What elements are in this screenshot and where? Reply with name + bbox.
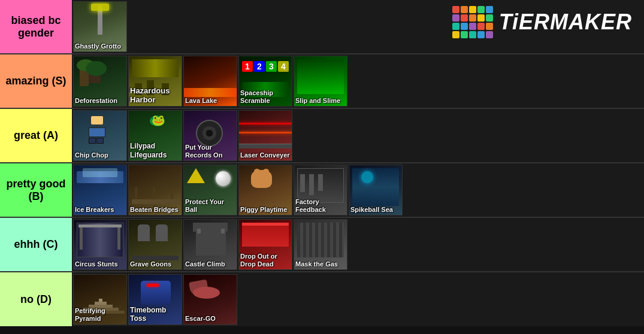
number-badge-2: 2: [254, 61, 265, 72]
tier-item-put-your-records-on: Put Your Records On: [183, 110, 237, 161]
tiermaker-logo-text: TiERMAKER: [499, 10, 632, 35]
item-label-ghastly-grotto: Ghastly Grotto: [75, 42, 121, 50]
tier-row-D: no (D) Petrifying Pyramid: [0, 272, 644, 326]
logo-grid-cell: [452, 31, 459, 38]
number-badge-1: 1: [242, 61, 253, 72]
logo-grid-cell: [477, 31, 485, 38]
tier-label-C: ehhh (C): [0, 218, 72, 271]
tier-items-A: Chip Chop 🐸 Lilypad Lifeguards Put Your: [72, 109, 644, 162]
tier-row-C: ehhh (C) Circus Stunts: [0, 218, 644, 272]
tier-item-circus-stunts: Circus Stunts: [73, 219, 127, 270]
tier-item-spaceship-scramble: 1 2 3 4 Spaceship Scramble: [238, 56, 292, 107]
item-label-slip-and-slime: Slip and Slime: [295, 97, 340, 105]
tier-item-lava-lake: Lava Lake: [183, 56, 237, 107]
logo-grid-cell: [452, 23, 459, 30]
logo-grid-cell: [486, 14, 493, 22]
item-label-mask-the-gas: Mask the Gas: [295, 260, 338, 268]
logo-grid-cell: [452, 6, 459, 13]
item-label-chip-chop: Chip Chop: [75, 151, 108, 159]
tier-item-castle-climb: Castle Climb: [183, 219, 237, 270]
main-container: TiERMAKER biased bc gender Ghastly Grott…: [0, 0, 644, 334]
item-label-petrifying-pyramid: Petrifying Pyramid: [75, 307, 125, 323]
tier-row-B: pretty good (B) Ice Breakers: [0, 163, 644, 218]
item-label-hazardous-harbor: Hazardous Harbor: [130, 86, 180, 105]
tier-item-grave-goons: Grave Goons: [128, 219, 182, 270]
logo-grid-cell: [486, 31, 493, 38]
logo-grid-cell: [461, 14, 468, 22]
item-label-ice-breakers: Ice Breakers: [75, 206, 114, 214]
tier-item-factory-feedback: Factory Feedback: [294, 165, 347, 215]
logo-area: TiERMAKER: [452, 6, 632, 38]
item-label-put-your-records-on: Put Your Records On: [185, 144, 235, 159]
tier-items-B: Ice Breakers Beaten Bridges: [72, 163, 644, 217]
tier-item-mask-the-gas: Mask the Gas: [294, 219, 347, 270]
item-label-piggy-playtime: Piggy Playtime: [240, 206, 287, 214]
tier-items-C: Circus Stunts Grave Goons: [72, 218, 644, 271]
item-label-beaten-bridges: Beaten Bridges: [130, 206, 179, 214]
tier-label-B: pretty good (B): [0, 163, 72, 217]
tier-label-header: biased bc gender: [0, 0, 72, 53]
tier-item-escar-go: Escar-GO: [183, 274, 237, 325]
tier-item-protect-your-ball: Protect Your Ball: [183, 165, 237, 215]
item-label-protect-your-ball: Protect Your Ball: [185, 198, 235, 214]
tier-items-S: Deforestation Hazardous Harbor: [72, 54, 644, 108]
logo-grid-cell: [461, 6, 468, 13]
tier-label-S: amazing (S): [0, 54, 72, 108]
logo-grid-cell: [477, 23, 485, 30]
logo-grid-cell: [469, 23, 476, 30]
number-badge-3: 3: [266, 61, 277, 72]
item-label-laser-conveyer: Laser Conveyer: [240, 151, 290, 159]
logo-grid-cell: [469, 14, 476, 22]
tier-items-D: Petrifying Pyramid Timebomb Toss: [72, 272, 644, 326]
item-label-castle-climb: Castle Climb: [185, 260, 225, 268]
tier-label-A: great (A): [0, 109, 72, 162]
tier-item-piggy-playtime: Piggy Playtime: [238, 165, 292, 215]
item-label-dropout-or-drop-dead: Drop Out or Drop Dead: [240, 253, 291, 268]
tier-item-timebomb-toss: Timebomb Toss: [128, 274, 182, 325]
logo-grid-cell: [469, 6, 476, 13]
tier-item-petrifying-pyramid: Petrifying Pyramid: [73, 274, 127, 325]
item-label-deforestation: Deforestation: [75, 97, 117, 105]
tier-item-chip-chop: Chip Chop: [73, 110, 127, 161]
logo-grid-cell: [452, 14, 459, 22]
item-label-escar-go: Escar-GO: [185, 315, 216, 323]
tier-row-S: amazing (S) Deforestation: [0, 54, 644, 109]
tier-item-ghastly-grotto: Ghastly Grotto: [73, 1, 127, 52]
tier-item-beaten-bridges: Beaten Bridges: [128, 165, 182, 215]
logo-grid-cell: [486, 6, 493, 13]
tier-row-A: great (A): [0, 109, 644, 163]
tier-table: biased bc gender Ghastly Grotto amazing …: [0, 0, 644, 326]
item-label-grave-goons: Grave Goons: [130, 260, 171, 268]
logo-grid-cell: [461, 23, 468, 30]
tier-item-spikeball-sea: Spikeball Sea: [349, 165, 403, 215]
tier-item-slip-and-slime: Slip and Slime: [294, 56, 347, 107]
logo-grid-cell: [477, 6, 485, 13]
item-label-timebomb-toss: Timebomb Toss: [130, 306, 180, 323]
logo-grid-cell: [469, 31, 476, 38]
tier-item-laser-conveyer: Laser Conveyer: [238, 110, 292, 161]
item-label-lava-lake: Lava Lake: [185, 97, 217, 105]
tier-item-hazardous-harbor: Hazardous Harbor: [128, 56, 182, 107]
item-label-spikeball-sea: Spikeball Sea: [350, 206, 393, 214]
tier-item-ice-breakers: Ice Breakers: [73, 165, 127, 215]
logo-grid-cell: [477, 14, 485, 22]
tier-item-lilypad-lifeguards: 🐸 Lilypad Lifeguards: [128, 110, 182, 161]
item-label-lilypad-lifeguards: Lilypad Lifeguards: [130, 142, 180, 159]
tier-item-deforestation: Deforestation: [73, 56, 127, 107]
logo-grid-cell: [486, 23, 493, 30]
tier-label-D: no (D): [0, 272, 72, 326]
logo-grid-cell: [461, 31, 468, 38]
item-label-factory-feedback: Factory Feedback: [295, 198, 346, 214]
number-badge-4: 4: [278, 61, 289, 72]
tiermaker-logo-grid: [452, 6, 493, 38]
item-label-spaceship-scramble: Spaceship Scramble: [240, 89, 291, 105]
tier-item-dropout-or-drop-dead: Drop Out or Drop Dead: [238, 219, 292, 270]
item-label-circus-stunts: Circus Stunts: [75, 260, 118, 268]
